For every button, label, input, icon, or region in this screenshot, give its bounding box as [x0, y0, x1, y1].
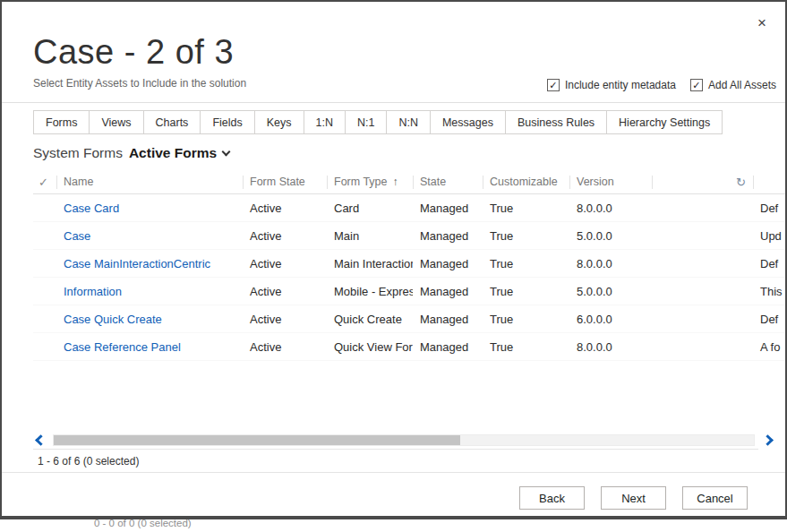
cell-form-state: Active: [243, 313, 327, 326]
form-name-link[interactable]: Information: [64, 285, 122, 298]
scroll-left-button[interactable]: [33, 433, 47, 447]
select-all-check-icon: ✓: [38, 176, 48, 189]
asset-type-tabs: Forms Views Charts Fields Keys 1:N N:1 N…: [33, 110, 785, 134]
add-all-assets-checkbox[interactable]: ✓ Add All Assets: [690, 79, 776, 91]
cell-form-state: Active: [243, 340, 327, 354]
column-header-spacer: ↻: [652, 170, 753, 193]
tab-1n[interactable]: 1:N: [304, 110, 346, 134]
form-name-link[interactable]: Case: [64, 229, 90, 243]
selected-view-name: Active Forms: [129, 143, 217, 163]
screen: 0 - 0 of 0 (0 selected) × Case - 2 of 3 …: [0, 0, 787, 532]
column-header-form-type[interactable]: Form Type ↑: [327, 170, 413, 193]
record-count-status: 1 - 6 of 6 (0 selected): [33, 449, 758, 472]
form-view-dropdown[interactable]: Active Forms: [129, 143, 229, 163]
add-assets-dialog: × Case - 2 of 3 Select Entity Assets to …: [0, 0, 787, 519]
cell-description-clipped: Def: [753, 313, 785, 326]
table-row[interactable]: Case Quick Create Active Quick Create Ma…: [33, 305, 785, 333]
tab-n1[interactable]: N:1: [345, 110, 387, 134]
next-button[interactable]: Next: [601, 486, 666, 510]
grid-empty-space: [33, 361, 785, 431]
forms-grid: ✓ Name Form State Form Type ↑ State Cust…: [33, 170, 785, 431]
dialog-subtitle: Select Entity Assets to Include in the s…: [33, 75, 547, 91]
scrollbar-track[interactable]: [53, 434, 755, 446]
cell-customizable: True: [483, 229, 569, 243]
grid-header-row: ✓ Name Form State Form Type ↑ State Cust…: [33, 170, 785, 194]
dialog-header: Case - 2 of 3 Select Entity Assets to In…: [2, 2, 785, 103]
cell-version: 5.0.0.0: [569, 285, 652, 298]
include-entity-metadata-checkbox[interactable]: ✓ Include entity metadata: [547, 79, 676, 91]
form-name-link[interactable]: Case Card: [64, 202, 119, 215]
cell-form-state: Active: [243, 285, 327, 298]
table-row[interactable]: Information Active Mobile - Express Mana…: [33, 278, 785, 305]
page-title: Case - 2 of 3: [33, 30, 785, 73]
tab-fields[interactable]: Fields: [200, 110, 254, 134]
cell-state: Managed: [413, 202, 483, 215]
form-name-link[interactable]: Case Reference Panel: [64, 340, 181, 354]
table-row[interactable]: Case Reference Panel Active Quick View F…: [33, 333, 785, 361]
cell-form-type: Main Interaction...: [327, 257, 413, 270]
checkbox-checked-icon: ✓: [547, 79, 560, 91]
chevron-left-icon: [35, 434, 47, 446]
cell-version: 8.0.0.0: [569, 257, 652, 270]
cell-version: 8.0.0.0: [569, 340, 652, 354]
chevron-right-icon: [762, 434, 774, 446]
back-button[interactable]: Back: [519, 486, 585, 510]
column-header-version[interactable]: Version: [569, 170, 652, 193]
column-header-customizable[interactable]: Customizable: [483, 170, 569, 193]
cell-customizable: True: [483, 202, 569, 215]
cell-state: Managed: [413, 229, 483, 243]
cell-description-clipped: Def: [753, 202, 785, 215]
dialog-footer: Back Next Cancel: [2, 472, 785, 515]
form-name-link[interactable]: Case MainInteractionCentric: [64, 257, 210, 270]
column-options-icon[interactable]: ↻: [736, 176, 746, 189]
sort-ascending-icon: ↑: [393, 176, 398, 188]
cell-customizable: True: [483, 340, 569, 354]
horizontal-scrollbar: [33, 431, 774, 449]
tab-charts[interactable]: Charts: [143, 110, 201, 134]
table-row[interactable]: Case Card Active Card Managed True 8.0.0…: [33, 194, 785, 222]
cell-form-state: Active: [243, 229, 327, 243]
select-all-header[interactable]: ✓: [33, 170, 56, 193]
cell-form-type: Quick Create: [327, 313, 413, 326]
header-options: ✓ Include entity metadata ✓ Add All Asse…: [547, 79, 776, 91]
cell-customizable: True: [483, 313, 569, 326]
column-header-form-state[interactable]: Form State: [243, 170, 327, 193]
tab-views[interactable]: Views: [89, 110, 143, 134]
chevron-down-icon: [222, 147, 231, 156]
table-row[interactable]: Case MainInteractionCentric Active Main …: [33, 250, 785, 278]
cell-form-type: Mobile - Express: [327, 285, 413, 298]
cell-state: Managed: [413, 340, 483, 354]
cell-form-type: Card: [327, 202, 413, 215]
cell-description-clipped: Def: [753, 257, 785, 270]
cell-form-state: Active: [243, 257, 327, 270]
cell-state: Managed: [413, 257, 483, 270]
cell-description-clipped: A fo: [753, 340, 785, 354]
view-selector-bar: System Forms Active Forms: [33, 143, 785, 163]
column-header-description-clipped[interactable]: [753, 170, 785, 193]
grid-body: Case Card Active Card Managed True 8.0.0…: [33, 194, 785, 361]
form-name-link[interactable]: Case Quick Create: [64, 313, 162, 326]
cell-form-type: Main: [327, 229, 413, 243]
tab-nn[interactable]: N:N: [386, 110, 431, 134]
tab-forms[interactable]: Forms: [33, 110, 90, 134]
cell-customizable: True: [483, 257, 569, 270]
cancel-button[interactable]: Cancel: [682, 486, 748, 510]
cell-state: Managed: [413, 313, 483, 326]
cell-version: 8.0.0.0: [569, 202, 652, 215]
checkbox-checked-icon: ✓: [690, 79, 703, 91]
cell-form-state: Active: [243, 202, 327, 215]
cell-version: 6.0.0.0: [569, 313, 652, 326]
table-row[interactable]: Case Active Main Managed True 5.0.0.0 Up…: [33, 222, 785, 250]
tab-business-rules[interactable]: Business Rules: [505, 110, 607, 134]
cell-state: Managed: [413, 285, 483, 298]
scroll-right-button[interactable]: [760, 433, 774, 447]
column-header-name[interactable]: Name: [56, 170, 243, 193]
view-selector-label: System Forms: [33, 143, 123, 163]
tab-hierarchy-settings[interactable]: Hierarchy Settings: [606, 110, 723, 134]
cell-form-type: Quick View Form: [327, 340, 413, 354]
cell-description-clipped: Upd: [753, 229, 785, 243]
scrollbar-thumb[interactable]: [54, 435, 460, 445]
tab-messages[interactable]: Messages: [430, 110, 506, 134]
column-header-state[interactable]: State: [413, 170, 483, 193]
tab-keys[interactable]: Keys: [254, 110, 304, 134]
